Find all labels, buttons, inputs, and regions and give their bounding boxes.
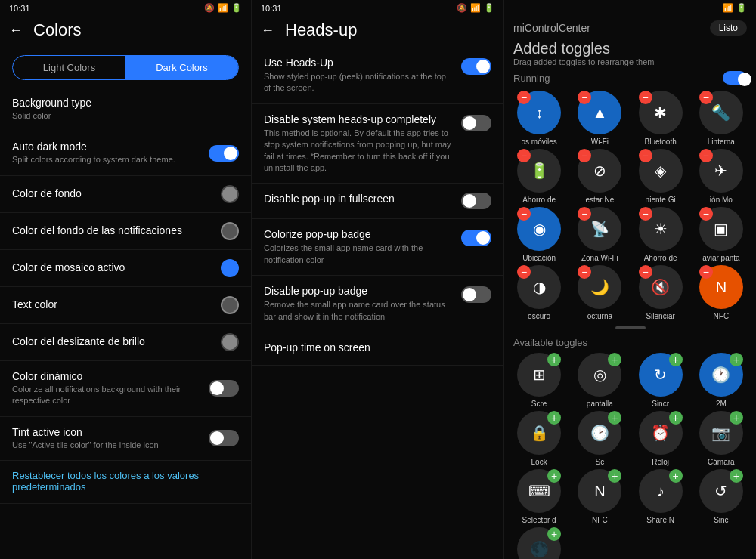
tint-active-toggle[interactable] <box>209 430 239 446</box>
remove-badge-estar[interactable]: − <box>578 149 591 162</box>
color-notif-picker[interactable] <box>221 222 239 240</box>
toggle-item-modo-avion[interactable]: −✈ión Mo <box>692 149 750 204</box>
toggle-item-oscuro[interactable]: −◑oscuro <box>510 265 568 320</box>
hu-popup-time[interactable]: Pop-up time on screen <box>252 332 503 366</box>
hu-colorize-label: Colorize pop-up badge <box>264 228 454 240</box>
setting-color-fondo[interactable]: Color de fondo <box>0 176 251 213</box>
toggle-item-estar[interactable]: −⊘estar Ne <box>571 149 628 204</box>
toggle-item-nfc2[interactable]: +NNFC <box>571 469 628 524</box>
toggle-item-niente[interactable]: −◈niente Gi <box>632 149 689 204</box>
remove-badge-nfc[interactable]: − <box>699 265 713 279</box>
toggle-item-nfc[interactable]: −NNFC <box>692 265 750 320</box>
light-colors-btn[interactable]: Light Colors <box>13 56 125 79</box>
listo-button[interactable]: Listo <box>710 20 747 36</box>
color-fondo-picker[interactable] <box>221 185 239 203</box>
color-dinamico-toggle[interactable] <box>209 380 239 397</box>
toggle-item-pantalla[interactable]: −▣aviar panta <box>692 207 750 262</box>
hu-use-toggle[interactable] <box>461 58 491 75</box>
add-badge-lock[interactable]: + <box>547 411 561 425</box>
remove-badge-zona-wifi[interactable]: − <box>578 207 591 221</box>
toggle-item-sc2[interactable]: +🕑Sc <box>571 411 628 466</box>
remove-badge-modo-avion[interactable]: − <box>699 149 713 162</box>
toggle-item-bluetooth[interactable]: −✱Bluetooth <box>632 91 689 146</box>
add-badge-selector[interactable]: + <box>547 469 561 483</box>
remove-badge-linterna[interactable]: − <box>699 91 713 104</box>
remove-badge-oscuro[interactable]: − <box>517 265 531 279</box>
toggle-icon-silenciar: −🔇 <box>639 265 683 309</box>
color-brillo-picker[interactable] <box>221 333 239 351</box>
remove-badge-datos[interactable]: − <box>517 91 531 104</box>
toggles-panel: 📶 🔋 miControlCenter Listo Added toggles … <box>504 0 756 559</box>
add-badge-camara[interactable]: + <box>730 411 743 425</box>
toggle-icon-sincronizar: +↻ <box>639 353 683 397</box>
toggle-item-ahorro1[interactable]: −🔋Ahorro de <box>510 149 568 204</box>
toggle-item-selector[interactable]: +⌨Selector d <box>510 469 568 524</box>
toggle-item-ubicacion[interactable]: −◉Ubicación <box>510 207 568 262</box>
tint-active-label: Tint active icon <box>12 426 159 438</box>
toggle-item-reloj[interactable]: +⏰Reloj <box>632 411 689 466</box>
toggle-icon-text-lock: 🔒 <box>530 424 549 442</box>
color-mosaico-picker[interactable] <box>221 259 239 277</box>
auto-dark-toggle[interactable] <box>209 145 239 162</box>
color-mode-segmented[interactable]: Light Colors Dark Colors <box>12 55 239 80</box>
hu-fullscreen-toggle[interactable] <box>461 193 491 209</box>
add-badge-sinc2[interactable]: + <box>730 469 743 483</box>
toggle-item-silenciar[interactable]: −🔇Silenciar <box>632 265 689 320</box>
add-badge-pantalla2[interactable]: + <box>608 353 621 366</box>
toggle-icon-sc2: +🕑 <box>578 411 621 455</box>
hu-disable-sys-toggle[interactable] <box>461 115 491 131</box>
add-badge-reloj[interactable]: + <box>669 411 683 425</box>
setting-restablecer[interactable]: Restablecer todos los colores a los valo… <box>0 461 251 504</box>
added-toggles-header: Added toggles Drag added toggles to rear… <box>504 37 756 68</box>
toggle-item-pantalla2[interactable]: +◎pantalla <box>571 353 628 408</box>
remove-badge-bluetooth[interactable]: − <box>639 91 652 104</box>
hu-colorize-toggle[interactable] <box>461 230 491 246</box>
toggle-icon-text-linterna: 🔦 <box>711 103 730 122</box>
toggle-item-nocturna[interactable]: −🌙octurna <box>571 265 628 320</box>
toggle-label-silenciar: Silenciar <box>646 312 674 320</box>
remove-badge-niente[interactable]: − <box>639 149 652 162</box>
add-badge-share[interactable]: + <box>669 469 683 483</box>
toggle-label-oscuro: oscuro <box>528 312 550 320</box>
toggle-item-datos[interactable]: −↕os móviles <box>510 91 568 146</box>
remove-badge-wifi[interactable]: − <box>578 91 591 104</box>
toggle-icon-text-nocturna: 🌙 <box>590 278 609 296</box>
colors-back-btn[interactable]: ← <box>9 23 23 39</box>
add-badge-sincronizar[interactable]: + <box>669 353 683 366</box>
remove-badge-silenciar[interactable]: − <box>639 265 652 279</box>
add-badge-oscuro2[interactable]: + <box>547 527 561 541</box>
remove-badge-ahorro1[interactable]: − <box>517 149 531 162</box>
remove-badge-pantalla[interactable]: − <box>699 207 713 221</box>
toggle-icon-estar: −⊘ <box>578 149 621 193</box>
headsup-back-btn[interactable]: ← <box>261 23 274 39</box>
toggle-item-linterna[interactable]: −🔦Linterna <box>692 91 750 146</box>
toggle-item-oscuro2[interactable]: +🌑o Oscuro <box>510 527 568 559</box>
toggle-item-share[interactable]: +♪Share N <box>632 469 689 524</box>
setting-color-mosaico[interactable]: Color de mosaico activo <box>0 250 251 287</box>
remove-badge-ubicacion[interactable]: − <box>517 207 531 221</box>
setting-color-brillo[interactable]: Color del deslizante de brillo <box>0 324 251 361</box>
setting-text-color[interactable]: Text color <box>0 287 251 324</box>
toggle-item-wifi[interactable]: −▲Wi-Fi <box>571 91 628 146</box>
add-badge-2m[interactable]: + <box>730 353 743 366</box>
running-toggle[interactable] <box>723 71 747 85</box>
toggle-item-2m[interactable]: +🕐2M <box>692 353 750 408</box>
toggle-item-lock[interactable]: +🔒Lock <box>510 411 568 466</box>
remove-badge-ahorro2[interactable]: − <box>639 207 652 221</box>
hu-dis-badge-toggle[interactable] <box>461 286 491 303</box>
toggle-item-ahorro2[interactable]: −☀Ahorro de <box>632 207 689 262</box>
add-badge-nfc2[interactable]: + <box>608 469 621 483</box>
setting-color-notif[interactable]: Color del fondo de las notificaciones <box>0 213 251 250</box>
remove-badge-nocturna[interactable]: − <box>578 265 591 279</box>
toggle-item-sinc2[interactable]: +↺Sinc <box>692 469 750 524</box>
text-color-picker[interactable] <box>221 296 239 314</box>
toggle-item-camara[interactable]: +📷Cámara <box>692 411 750 466</box>
add-badge-sc2[interactable]: + <box>608 411 621 425</box>
add-badge-screen-rec[interactable]: + <box>547 353 561 366</box>
toggle-label-niente: niente Gi <box>646 196 676 204</box>
toggle-item-sincronizar[interactable]: +↻Sincr <box>632 353 689 408</box>
toggle-item-screen-rec[interactable]: +⊞Scre <box>510 353 568 408</box>
time-2: 10:31 <box>261 4 282 13</box>
toggle-item-zona-wifi[interactable]: −📡Zona Wi-Fi <box>571 207 628 262</box>
dark-colors-btn[interactable]: Dark Colors <box>125 56 238 79</box>
